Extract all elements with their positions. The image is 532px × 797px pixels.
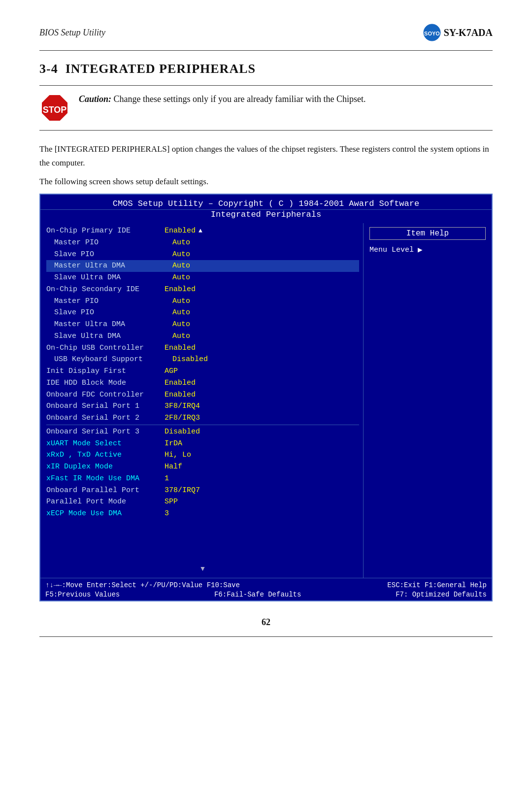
menu-level-label: Menu Level (369, 246, 414, 254)
stop-icon: STOP (39, 93, 70, 123)
table-row: Master PIO Auto (46, 237, 359, 249)
table-row: On-Chip USB Controller Enabled (46, 342, 359, 354)
table-row: Parallel Port Mode SPP (46, 496, 359, 508)
logo-text: SY-K7ADA (444, 27, 493, 38)
scroll-down-indicator: ▼ (46, 564, 359, 574)
footer-row-2: F5:Previous Values F6:Fail-Safe Defaults… (45, 591, 487, 598)
table-row: Onboard Serial Port 3 Disabled (46, 426, 359, 438)
table-row: Slave Ultra DMA Auto (46, 331, 359, 342)
cmos-settings: On-Chip Primary IDE Enabled ▲ Master PIO… (40, 223, 364, 578)
soyo-logo-icon: SOYO (423, 24, 441, 41)
table-row: Slave Ultra DMA Auto (46, 272, 359, 284)
cmos-footer: ↑↓→←:Move Enter:Select +/-/PU/PD:Value F… (40, 578, 492, 600)
cmos-box: CMOS Setup Utility – Copyright ( C ) 198… (39, 194, 493, 601)
logo: SOYO SY-K7ADA (423, 24, 493, 41)
bios-title: BIOS Setup Utility (39, 28, 105, 38)
item-help-panel: Item Help Menu Level ▶ (364, 223, 492, 578)
table-row: Onboard Serial Port 2 2F8/IRQ3 (46, 412, 359, 425)
cmos-header-line2: Integrated Peripherals (40, 210, 492, 223)
table-row: USB Keyboard Support Disabled (46, 354, 359, 365)
body-paragraph-2: The following screen shows setup default… (39, 175, 493, 189)
page-bottom-rule (39, 636, 493, 637)
cmos-content: On-Chip Primary IDE Enabled ▲ Master PIO… (40, 223, 492, 578)
table-row: Init Display First AGP (46, 365, 359, 377)
menu-level: Menu Level ▶ (369, 245, 486, 255)
table-row: Master Ultra DMA Auto (46, 319, 359, 331)
caution-box: STOP Caution: Change these settings only… (39, 85, 493, 131)
footer-nav-keys: ↑↓→←:Move Enter:Select +/-/PU/PD:Value F… (45, 581, 240, 589)
caution-body: Change these settings only if you are al… (114, 94, 366, 104)
cmos-header-line1: CMOS Setup Utility – Copyright ( C ) 198… (40, 195, 492, 210)
table-row: Onboard FDC Controller Enabled (46, 389, 359, 401)
table-row: xRxD , TxD Active Hi, Lo (46, 449, 359, 461)
section-title: 3-4 INTEGRATED PERIPHERALS (39, 62, 493, 76)
table-row: Slave PIO Auto (46, 307, 359, 319)
page-number: 62 (39, 617, 493, 628)
item-help-title: Item Help (369, 227, 486, 240)
table-row: On-Chip Primary IDE Enabled ▲ (46, 225, 359, 237)
table-row: Master PIO Auto (46, 296, 359, 307)
table-row: xIR Duplex Mode Half (46, 461, 359, 473)
footer-esc-f1: ESC:Exit F1:General Help (387, 581, 487, 589)
footer-f5: F5:Previous Values (45, 591, 120, 598)
page: BIOS Setup Utility SOYO SY-K7ADA 3-4 INT… (0, 0, 532, 797)
svg-text:STOP: STOP (43, 105, 67, 115)
header-rule (39, 50, 493, 51)
table-row: Onboard Parallel Port 378/IRQ7 (46, 485, 359, 497)
table-row: Slave PIO Auto (46, 249, 359, 261)
footer-f6: F6:Fail-Safe Defaults (214, 591, 301, 598)
table-row: xFast IR Mode Use DMA 1 (46, 473, 359, 485)
caution-label: Caution: (79, 94, 111, 104)
table-row: IDE HDD Block Mode Enabled (46, 377, 359, 389)
footer-f7: F7: Optimized Defaults (396, 591, 487, 598)
scroll-up-icon: ▲ (199, 227, 202, 236)
table-row: xUART Mode Select IrDA (46, 438, 359, 450)
svg-text:SOYO: SOYO (424, 31, 440, 36)
footer-row-1: ↑↓→←:Move Enter:Select +/-/PU/PD:Value F… (45, 581, 487, 589)
table-row: On-Chip Secondary IDE Enabled (46, 284, 359, 296)
page-header: BIOS Setup Utility SOYO SY-K7ADA (39, 24, 493, 41)
body-paragraph-1: The [INTEGRATED PERIPHERALS] option chan… (39, 142, 493, 170)
table-row: Master Ultra DMA Auto (46, 260, 359, 272)
caution-text: Caution: Change these settings only if y… (79, 93, 366, 106)
menu-level-arrow-icon: ▶ (418, 245, 423, 255)
table-row: xECP Mode Use DMA 3 (46, 508, 359, 520)
table-row: Onboard Serial Port 1 3F8/IRQ4 (46, 400, 359, 412)
